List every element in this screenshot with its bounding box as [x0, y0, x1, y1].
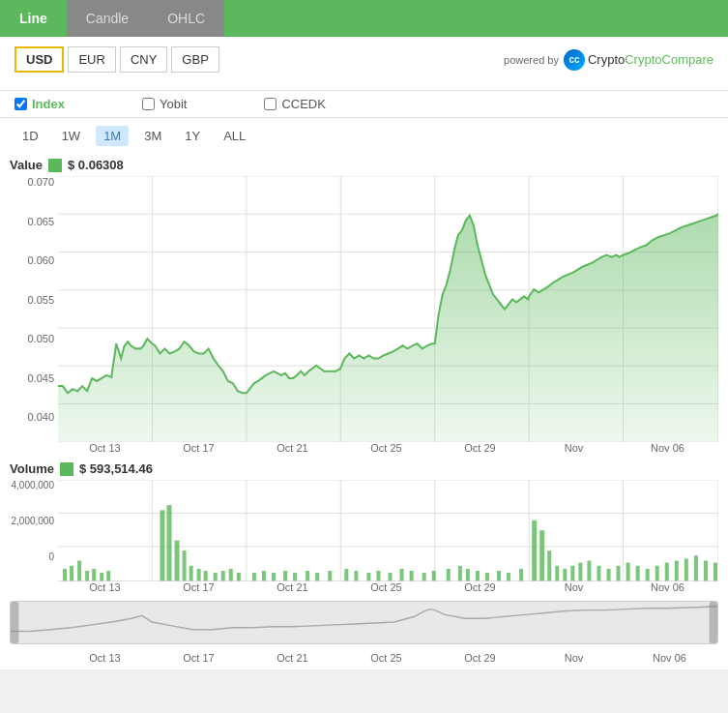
svg-rect-73: [563, 569, 567, 581]
svg-rect-59: [422, 573, 426, 580]
time-1m[interactable]: 1M: [96, 126, 129, 146]
svg-rect-54: [366, 573, 370, 580]
checkbox-yobit[interactable]: Yobit: [142, 97, 187, 111]
time-1d[interactable]: 1D: [15, 126, 46, 146]
x-label-oct17: Oct 17: [152, 442, 246, 454]
svg-rect-39: [204, 571, 208, 580]
currency-gbp[interactable]: GBP: [171, 46, 218, 73]
svg-rect-48: [293, 573, 297, 580]
nav-x-oct21: Oct 21: [246, 652, 339, 664]
svg-rect-92: [710, 602, 717, 643]
price-section: Value $ 0.06308 0.070 0.065 0.060 0.055 …: [0, 154, 728, 458]
y-label-5: 0.050: [10, 333, 54, 344]
svg-rect-75: [578, 563, 582, 581]
price-chart-canvas: [58, 176, 718, 442]
svg-rect-56: [389, 573, 393, 580]
svg-rect-62: [458, 566, 462, 581]
vol-x-oct13: Oct 13: [58, 581, 152, 593]
tab-line[interactable]: Line: [0, 0, 67, 37]
controls-area: USD EUR CNY GBP powered by cc CryptoCryp…: [0, 37, 728, 91]
svg-rect-69: [532, 520, 537, 581]
svg-rect-52: [344, 569, 348, 581]
svg-rect-91: [11, 602, 18, 643]
svg-rect-29: [85, 571, 89, 580]
svg-rect-60: [432, 571, 436, 580]
vol-x-nov: Nov: [527, 581, 621, 593]
nav-x-oct13: Oct 13: [58, 652, 152, 664]
nav-x-oct17: Oct 17: [152, 652, 246, 664]
svg-rect-27: [70, 566, 73, 581]
price-chart-label: Value $ 0.06308: [10, 154, 718, 176]
svg-rect-81: [636, 566, 640, 581]
volume-y-axis: 4,000,000 2,000,000 0: [10, 480, 58, 580]
svg-rect-38: [197, 569, 201, 581]
svg-rect-70: [539, 530, 544, 580]
vol-x-oct25: Oct 25: [339, 581, 433, 593]
svg-rect-55: [376, 571, 380, 580]
svg-rect-43: [237, 573, 241, 580]
svg-rect-44: [252, 573, 256, 580]
nav-x-oct29: Oct 29: [433, 652, 527, 664]
svg-rect-50: [315, 573, 319, 580]
price-svg: [58, 176, 718, 442]
svg-rect-72: [555, 566, 559, 581]
currency-cny[interactable]: CNY: [120, 46, 167, 73]
vol-x-oct17: Oct 17: [152, 581, 246, 593]
y-label-6: 0.045: [10, 372, 54, 384]
x-label-nov: Nov: [527, 442, 621, 454]
x-label-oct13: Oct 13: [58, 442, 152, 454]
svg-rect-83: [655, 566, 659, 581]
y-label-4: 0.055: [10, 294, 54, 306]
time-3m[interactable]: 3M: [136, 126, 169, 146]
svg-rect-80: [626, 563, 630, 581]
tab-candle[interactable]: Candle: [67, 0, 148, 37]
svg-rect-35: [175, 541, 180, 581]
svg-rect-32: [106, 571, 110, 580]
navigator[interactable]: [10, 601, 718, 644]
volume-chart-label: Volume $ 593,514.46: [10, 458, 718, 480]
vol-x-oct21: Oct 21: [246, 581, 339, 593]
svg-rect-49: [306, 571, 309, 580]
x-label-nov06: Nov 06: [621, 442, 714, 454]
svg-rect-89: [713, 563, 717, 581]
price-y-axis: 0.070 0.065 0.060 0.055 0.050 0.045 0.04…: [10, 176, 58, 442]
svg-rect-42: [229, 569, 233, 581]
price-x-axis: Oct 13 Oct 17 Oct 21 Oct 25 Oct 29 Nov N…: [58, 442, 718, 458]
svg-rect-34: [166, 505, 171, 580]
svg-rect-79: [617, 566, 621, 581]
crypto-compare-logo: cc CryptoCryptoCompare: [564, 49, 713, 71]
svg-rect-67: [507, 573, 510, 580]
currency-buttons: USD EUR CNY GBP: [15, 46, 219, 73]
y-label-1: 0.070: [10, 176, 54, 188]
svg-rect-61: [447, 569, 451, 581]
currency-usd[interactable]: USD: [15, 46, 64, 73]
svg-rect-46: [272, 573, 276, 580]
checkbox-index[interactable]: Index: [15, 97, 65, 111]
volume-chart-canvas: [58, 480, 718, 580]
tab-ohlc[interactable]: OHLC: [148, 0, 224, 37]
svg-rect-63: [466, 569, 470, 581]
svg-rect-71: [547, 550, 551, 580]
checkbox-ccedk[interactable]: CCEDK: [264, 97, 326, 111]
vol-x-nov06: Nov 06: [621, 581, 714, 593]
svg-rect-40: [214, 573, 218, 580]
svg-rect-30: [92, 569, 96, 581]
svg-rect-64: [476, 571, 480, 580]
y-label-3: 0.060: [10, 254, 54, 266]
svg-rect-47: [283, 571, 287, 580]
volume-chart-area: 4,000,000 2,000,000 0: [10, 480, 718, 580]
time-1w[interactable]: 1W: [54, 126, 89, 146]
svg-rect-28: [77, 561, 81, 581]
svg-rect-51: [328, 571, 332, 580]
currency-eur[interactable]: EUR: [68, 46, 115, 73]
svg-rect-58: [410, 571, 414, 580]
svg-rect-87: [694, 556, 698, 581]
svg-rect-85: [675, 561, 679, 581]
volume-legend-box: [60, 462, 73, 476]
time-all[interactable]: ALL: [216, 126, 253, 146]
navigator-svg: [11, 602, 717, 643]
nav-x-nov: Nov: [527, 652, 621, 664]
vol-x-oct29: Oct 29: [433, 581, 527, 593]
volume-x-axis: Oct 13 Oct 17 Oct 21 Oct 25 Oct 29 Nov N…: [58, 581, 718, 597]
time-1y[interactable]: 1Y: [177, 126, 208, 146]
